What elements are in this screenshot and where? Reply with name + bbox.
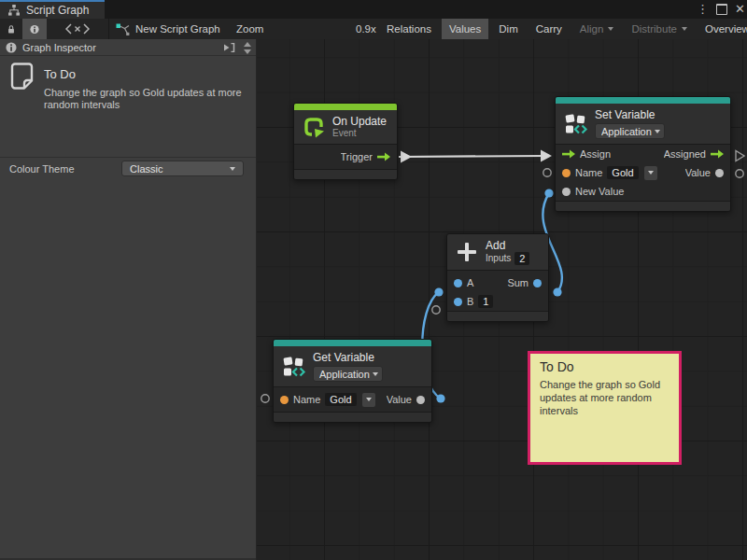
name-input-port[interactable] [562,169,571,177]
scope-value: Application [601,126,652,137]
chevron-down-icon [230,167,235,171]
name-input-port[interactable] [280,396,289,404]
lock-icon [7,22,15,36]
node-color-strip [556,97,730,104]
node-footer [274,412,431,422]
sticky-note-body: Change the graph so Gold updates at more… [540,378,663,417]
variable-icon [281,355,306,379]
variable-name-value[interactable]: Gold [325,393,356,406]
get-variable-header[interactable]: Get Variable Application [274,346,431,387]
new-script-graph-label: New Script Graph [135,23,220,35]
new-value-input-port[interactable] [562,188,571,196]
info-icon [30,23,39,35]
value-label: Value [685,167,711,178]
chevron-down-icon [373,372,378,376]
value-label: Value [387,394,412,405]
graph-toolbar: New Script Graph Zoom 0.9x Relations Val… [0,19,747,40]
colour-theme-value: Classic [130,163,162,175]
inputs-count[interactable]: 2 [514,252,529,265]
colour-theme-dropdown[interactable]: Classic [121,161,244,176]
on-update-header[interactable]: On Update Event [294,110,397,145]
align-dropdown[interactable]: Align [572,19,622,39]
chevron-down-icon [682,27,687,31]
node-color-strip [294,104,397,110]
code-preview-button[interactable] [47,19,108,39]
graph-inspector-panel: Graph Inspector To Do Change the graph s… [0,39,257,560]
node-add[interactable]: Add Inputs 2 A Sum B 1 [446,233,549,322]
chevron-down-icon [608,27,613,31]
note-title: To Do [44,67,76,81]
variable-icon [563,112,588,136]
assigned-output-port[interactable] [711,149,724,159]
tab-script-graph[interactable]: Script Graph [0,0,105,19]
name-label: Name [575,167,602,178]
b-label: B [467,296,473,307]
toolbar-divider [108,19,109,39]
window-menu-icon[interactable]: ⋮ [697,0,709,19]
value-output-port[interactable] [416,396,425,404]
script-graph-icon [7,4,21,17]
sticky-note[interactable]: To Do Change the graph so Gold updates a… [528,351,682,465]
close-icon[interactable]: ✕ [735,0,745,19]
inspector-toggle-button[interactable] [22,19,47,39]
panel-scrollbar[interactable] [244,42,251,54]
unity-script-graph-window: Script Graph ⋮ ✕ [0,0,747,560]
overview-button[interactable]: Overview [698,19,747,39]
set-variable-scope-dropdown[interactable]: Application [595,123,665,139]
add-icon [455,240,479,264]
on-update-icon [302,115,326,139]
variable-name-dropdown[interactable] [644,166,657,180]
scope-value: Application [319,369,370,380]
a-input-port[interactable] [454,279,462,287]
graph-inspector-header[interactable]: Graph Inspector [0,39,256,56]
add-title: Add [486,239,529,252]
get-variable-scope-dropdown[interactable]: Application [313,366,383,382]
new-value-label: New Value [575,186,624,197]
tab-label: Script Graph [26,4,89,17]
b-input-port[interactable] [454,298,462,306]
dim-button[interactable]: Dim [491,19,525,39]
maximize-icon[interactable] [716,4,727,15]
trigger-label: Trigger [341,151,373,162]
carry-button[interactable]: Carry [529,19,570,39]
lock-button[interactable] [0,19,22,39]
values-button[interactable]: Values [442,19,488,39]
info-icon [6,42,17,53]
node-on-update[interactable]: On Update Event Trigger [293,103,398,180]
note-body: Change the graph so Gold updates at more… [44,87,245,111]
chevron-down-icon [648,171,654,175]
scroll-up-icon[interactable] [244,42,251,47]
inputs-label: Inputs [486,253,511,264]
node-color-strip [274,340,431,346]
control-output-port[interactable] [377,152,390,161]
assign-label: Assign [580,148,611,160]
set-variable-header[interactable]: Set Variable Application [556,104,730,145]
a-label: A [467,277,473,288]
colour-theme-label: Colour Theme [9,163,75,175]
add-header[interactable]: Add Inputs 2 [447,234,548,271]
sum-output-port[interactable] [533,279,542,287]
code-icon [65,23,90,35]
zoom-label: Zoom [236,19,263,39]
assign-input-port[interactable] [562,149,575,159]
zoom-value: 0.9x [356,19,376,39]
value-output-port[interactable] [715,169,724,177]
title-bar: Script Graph ⋮ ✕ [0,0,747,19]
graph-asset-icon [116,23,130,35]
b-value[interactable]: 1 [478,295,493,308]
distribute-label: Distribute [631,23,677,35]
assigned-label: Assigned [664,148,706,160]
new-script-graph-button[interactable]: New Script Graph [116,19,220,39]
node-footer [447,311,548,321]
scroll-down-icon[interactable] [244,49,251,54]
dock-panel-icon[interactable] [224,43,235,52]
variable-name-dropdown[interactable] [362,393,375,407]
relations-button[interactable]: Relations [379,19,439,39]
sticky-note-icon [9,62,35,91]
node-get-variable[interactable]: Get Variable Application Name Gold Value [273,339,432,423]
set-variable-title: Set Variable [595,108,665,121]
variable-name-value[interactable]: Gold [607,166,638,179]
node-set-variable[interactable]: Set Variable Application Assign Assigned [555,96,731,212]
node-footer [556,201,730,211]
distribute-dropdown[interactable]: Distribute [624,19,695,39]
